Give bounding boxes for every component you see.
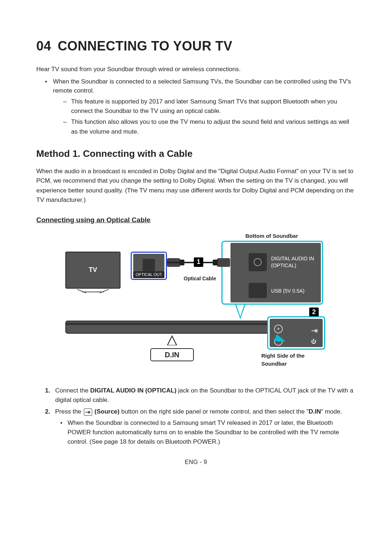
volume-up-button-icon: + bbox=[274, 325, 283, 333]
bottom-of-soundbar-label: Bottom of Soundbar bbox=[245, 232, 298, 240]
steps-list: Connect the DIGITAL AUDIO IN (OPTICAL) j… bbox=[36, 386, 356, 447]
tv-stand-icon bbox=[82, 289, 104, 292]
step-2-bold2: D.IN bbox=[309, 408, 321, 415]
bullet-1-sublist: This feature is supported by 2017 and la… bbox=[53, 97, 356, 137]
tv-optical-port-icon bbox=[143, 259, 155, 271]
usb-port-icon bbox=[249, 283, 267, 298]
cable-plug-right-icon bbox=[217, 258, 230, 267]
soundbar-body-icon bbox=[65, 321, 272, 334]
dash-1: This feature is supported by 2017 and la… bbox=[63, 97, 356, 116]
digital-audio-in-label: DIGITAL AUDIO IN (OPTICAL) bbox=[271, 255, 314, 269]
dash-2: This function also allows you to use the… bbox=[63, 117, 356, 137]
step-2: Press the ⇥ (Source) button on the right… bbox=[45, 407, 356, 447]
step-1: Connect the DIGITAL AUDIO IN (OPTICAL) j… bbox=[45, 386, 356, 405]
intro-text: Hear TV sound from your Soundbar through… bbox=[36, 65, 356, 74]
step-badge-2: 2 bbox=[309, 308, 319, 317]
chapter-title: CONNECTING TO YOUR TV bbox=[58, 38, 232, 53]
method-heading: Method 1. Connecting with a Cable bbox=[36, 147, 356, 161]
power-button-icon: ⏻ bbox=[311, 338, 316, 345]
usb-label: USB (5V 0.5A) bbox=[271, 287, 305, 295]
bullet-1: When the Soundbar is connected to a sele… bbox=[45, 77, 356, 137]
tv-optical-inner bbox=[133, 254, 164, 272]
chapter-heading: 04CONNECTING TO YOUR TV bbox=[36, 36, 356, 56]
optical-cable-label: Optical Cable bbox=[184, 275, 216, 282]
step-2-sub-bullet: When the Soundbar is connected to a Sams… bbox=[60, 418, 356, 447]
tv-icon: TV bbox=[65, 252, 121, 289]
tv-optical-out-panel: OPTICAL OUT bbox=[131, 252, 167, 280]
step-2-bold1: (Source) bbox=[93, 408, 120, 415]
din-display: D.IN bbox=[150, 348, 194, 361]
page-footer: ENG - 9 bbox=[36, 458, 356, 467]
optical-port-icon bbox=[249, 253, 267, 271]
panel-body: DIGITAL AUDIO IN (OPTICAL) USB (5V 0.5A) bbox=[230, 243, 321, 302]
connection-diagram: Bottom of Soundbar DIGITAL AUDIO IN (OPT… bbox=[65, 232, 327, 377]
source-icon-inline: ⇥ bbox=[84, 408, 92, 416]
intro-bullets: When the Soundbar is connected to a sele… bbox=[36, 77, 356, 137]
din-callout-tail bbox=[167, 335, 177, 345]
step-badge-1: 1 bbox=[194, 257, 203, 267]
step-2-sublist: When the Soundbar is connected to a Sams… bbox=[55, 418, 356, 447]
source-button-icon: ⇥ bbox=[311, 325, 318, 337]
soundbar-right-side-panel: + − ⇥ ⏻ bbox=[267, 316, 325, 350]
callout-tail-soundbar bbox=[235, 305, 245, 319]
right-side-label: Right Side of the Soundbar bbox=[261, 352, 327, 368]
right-panel-inner: + − ⇥ ⏻ bbox=[270, 319, 323, 347]
chapter-number: 04 bbox=[36, 38, 51, 53]
soundbar-bottom-panel: DIGITAL AUDIO IN (OPTICAL) USB (5V 0.5A) bbox=[221, 241, 323, 305]
step-1-bold: DIGITAL AUDIO IN (OPTICAL) bbox=[90, 387, 176, 394]
method-description: When the audio in a broadcast is encoded… bbox=[36, 167, 356, 205]
optical-out-label: OPTICAL OUT bbox=[133, 271, 164, 278]
subsection-heading: Connecting using an Optical Cable bbox=[36, 215, 356, 225]
